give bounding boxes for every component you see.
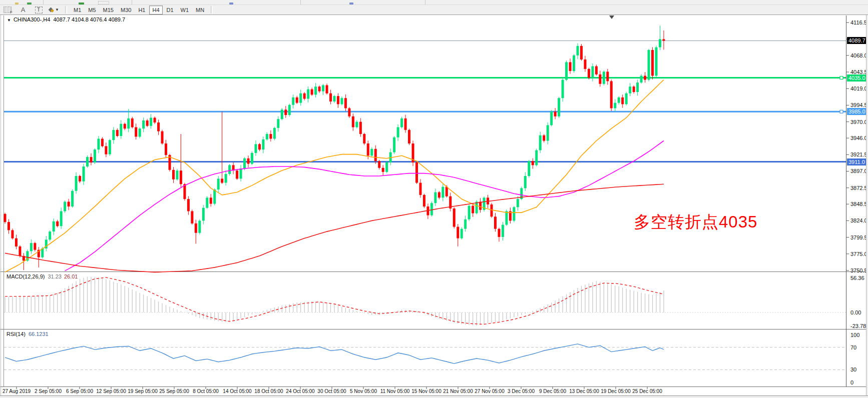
macd-axis-label: 0.00 bbox=[850, 310, 861, 316]
date-axis-label: 27 Aug 2019 bbox=[3, 388, 31, 394]
timeframe-button-m30[interactable]: M30 bbox=[118, 6, 134, 14]
symbol-ohlc-readout[interactable]: ▼CHINA300-,H4 4087.7 4104.8 4076.4 4089.… bbox=[7, 16, 125, 22]
price-tick-label: 4019.0 bbox=[850, 86, 867, 92]
date-axis-label: 13 Dec 05:00 bbox=[569, 388, 599, 394]
window-bottom-edge bbox=[0, 396, 868, 398]
diamond-icon-small bbox=[51, 9, 54, 12]
date-axis-label: 2 Sep 05:00 bbox=[35, 388, 62, 394]
toolbar-separator bbox=[132, 0, 132, 4]
label-t-icon: T bbox=[35, 6, 43, 14]
timeframe-button-group: M1M5M15M30H1H4D1W1MN bbox=[70, 6, 208, 14]
timeframe-button-mn[interactable]: MN bbox=[193, 6, 207, 14]
rsi-axis-label: 0 bbox=[850, 380, 853, 386]
date-axis-label: 21 Nov 05:00 bbox=[443, 388, 473, 394]
rsi-axis-label: 30 bbox=[850, 366, 856, 372]
price-tick-label: 4116.5 bbox=[850, 20, 867, 26]
date-axis-label: 25 Sep 05:00 bbox=[159, 388, 189, 394]
text-a-icon: A bbox=[21, 6, 26, 14]
price-tick-label: 3750.5 bbox=[850, 268, 867, 274]
macd-name: MACD(12,26,9) bbox=[7, 274, 45, 280]
text-tool-button[interactable]: A bbox=[18, 6, 29, 14]
date-axis-label: 24 Oct 05:00 bbox=[286, 388, 314, 394]
price-tick-label: 3775.0 bbox=[850, 251, 867, 257]
rsi-name: RSI(14) bbox=[7, 331, 26, 337]
toolbar-separator bbox=[211, 6, 213, 14]
crosshair-grid-tool-button[interactable]: F bbox=[2, 6, 13, 14]
price-badge-4035.0: 4035.0 bbox=[847, 74, 868, 82]
date-axis-label: 19 Sep 05:00 bbox=[128, 388, 158, 394]
date-axis-label: 30 Oct 05:00 bbox=[317, 388, 346, 394]
date-axis-label: 9 Dec 05:00 bbox=[539, 388, 566, 394]
cropped-button-icon bbox=[27, 2, 32, 4]
date-axis-label: 15 Nov 05:00 bbox=[411, 388, 442, 394]
macd-indicator-label: MACD(12,26,9)31.2326.01 bbox=[7, 274, 78, 280]
cropped-button-icon bbox=[349, 2, 353, 4]
toolbar-separator bbox=[425, 0, 425, 4]
date-axis-label: 3 Dec 05:00 bbox=[508, 388, 535, 394]
timeframe-button-w1[interactable]: W1 bbox=[178, 6, 192, 14]
toolbar-separator bbox=[300, 0, 301, 4]
price-badge-3985.0: 3985.0 bbox=[847, 108, 868, 115]
cropped-toolbar-row bbox=[0, 0, 868, 5]
timeframe-button-m15[interactable]: M15 bbox=[100, 6, 117, 14]
price-tick-label: 4068.0 bbox=[850, 52, 867, 58]
date-axis-label: 27 Nov 05:00 bbox=[475, 388, 505, 394]
dropdown-caret-icon: ▼ bbox=[55, 8, 59, 12]
price-tick-label: 3897.0 bbox=[850, 168, 867, 174]
date-axis-label: 19 Dec 05:00 bbox=[601, 388, 631, 394]
price-tick-label: 3970.0 bbox=[850, 119, 867, 125]
timeframe-button-d1[interactable]: D1 bbox=[164, 6, 177, 14]
window-right-edge bbox=[866, 14, 868, 396]
timeframe-button-h1[interactable]: H1 bbox=[135, 6, 148, 14]
timeframe-button-m5[interactable]: M5 bbox=[85, 6, 99, 14]
price-tick-label: 3921.5 bbox=[850, 152, 867, 158]
arrows-shapes-tool-button[interactable]: ▼ bbox=[49, 6, 60, 14]
ohlc-values: 4087.7 4104.8 4076.4 4089.7 bbox=[53, 16, 125, 22]
date-axis-label: 25 Dec 05:00 bbox=[632, 388, 662, 394]
line-studies-and-timeframe-toolbar: F A T ▼ M1M5M15M30H1H4D1W1MN bbox=[0, 5, 868, 15]
chart-window bbox=[0, 14, 868, 396]
macd-axis-label: -23.78 bbox=[850, 323, 866, 329]
date-axis-label: 8 Oct 05:00 bbox=[193, 388, 219, 394]
rsi-axis-label: 100 bbox=[850, 332, 859, 338]
macd-axis-label: 56.36 bbox=[850, 275, 864, 281]
date-axis-label: 14 Oct 05:00 bbox=[223, 388, 251, 394]
date-axis-label: 11 Nov 05:00 bbox=[380, 388, 410, 394]
symbol-dropdown-icon[interactable]: ▼ bbox=[7, 18, 11, 22]
price-tick-label: 3799.5 bbox=[850, 234, 867, 240]
cropped-button-icon bbox=[79, 2, 84, 4]
chart-text-annotation[interactable]: 多空转折点4035 bbox=[634, 211, 757, 234]
rsi-axis-label: 70 bbox=[850, 344, 856, 350]
cropped-button-icon bbox=[229, 2, 233, 4]
toolbar-separator bbox=[65, 6, 67, 14]
date-axis-label: 12 Sep 05:00 bbox=[96, 388, 126, 394]
macd-signal-value: 26.01 bbox=[64, 274, 78, 280]
date-axis-label: 6 Sep 05:00 bbox=[66, 388, 93, 394]
price-tick-label: 3872.5 bbox=[850, 185, 867, 191]
text-label-tool-button[interactable]: T bbox=[33, 6, 44, 14]
timeframe-button-m1[interactable]: M1 bbox=[71, 6, 84, 14]
symbol-name: CHINA300-,H4 bbox=[14, 16, 50, 22]
macd-value: 31.23 bbox=[48, 274, 62, 280]
cropped-button-outline bbox=[98, 1, 109, 4]
cropped-button-icon bbox=[15, 2, 19, 4]
rsi-indicator-label: RSI(14)66.1231 bbox=[7, 331, 49, 337]
timeframe-button-h4[interactable]: H4 bbox=[149, 6, 162, 14]
price-tick-label: 3946.0 bbox=[850, 135, 867, 141]
price-badge-3911.0: 3911.0 bbox=[847, 158, 868, 166]
price-tick-label: 3824.0 bbox=[850, 218, 867, 224]
grid-f-letter: F bbox=[10, 10, 13, 14]
rsi-value: 66.1231 bbox=[29, 331, 49, 337]
price-tick-label: 3994.5 bbox=[850, 102, 867, 108]
date-axis-label: 5 Nov 05:00 bbox=[350, 388, 377, 394]
toolbar-separator bbox=[43, 0, 44, 4]
price-tick-label: 3848.5 bbox=[850, 201, 867, 207]
date-axis-label: 18 Oct 05:00 bbox=[254, 388, 283, 394]
price-badge-4089.7: 4089.7 bbox=[847, 37, 868, 44]
